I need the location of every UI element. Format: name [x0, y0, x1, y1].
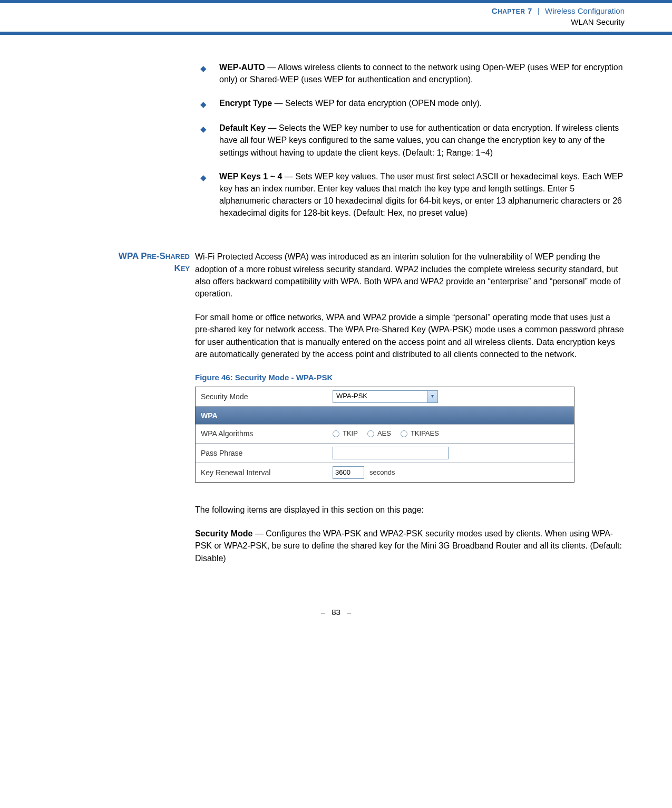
radio-tkip[interactable] [333, 430, 339, 437]
bullet-list: ◆ WEP-AUTO — Allows wireless clients to … [200, 61, 625, 219]
page-footer: – 83 – [0, 597, 672, 632]
figure-row-algorithms: WPA Algorithms TKIP AES TKIPAES [196, 425, 574, 444]
paragraph: Wi-Fi Protected Access (WPA) was introdu… [195, 251, 625, 300]
chapter-label: CHAPTER 7 [492, 6, 532, 15]
bullet-text: Encrypt Type — Selects WEP for data encr… [219, 97, 625, 109]
diamond-bullet-icon: ◆ [200, 97, 219, 110]
radio-tkip-label: TKIP [343, 429, 358, 439]
passphrase-input[interactable] [333, 447, 449, 459]
page-number: 83 [332, 608, 340, 617]
diamond-bullet-icon: ◆ [200, 122, 219, 135]
figure-caption: Figure 46: Security Mode - WPA-PSK [195, 372, 625, 383]
security-mode-select[interactable]: WPA-PSK ▾ [333, 390, 438, 403]
bullet-text: WEP-AUTO — Allows wireless clients to co… [219, 61, 625, 85]
bullet-item: ◆ Encrypt Type — Selects WEP for data en… [200, 97, 625, 110]
passphrase-label: Pass Phrase [201, 448, 333, 458]
bullet-item: ◆ WEP Keys 1 ~ 4 — Sets WEP key values. … [200, 170, 625, 219]
security-mode-value: WPA-PSK [333, 391, 427, 401]
radio-aes-label: AES [377, 429, 391, 439]
section-heading: WPA PRE-SHARED KEY [47, 251, 195, 275]
figure-row-security-mode: Security Mode WPA-PSK ▾ [196, 387, 574, 407]
bullet-item: ◆ WEP-AUTO — Allows wireless clients to … [200, 61, 625, 85]
page-header: CHAPTER 7 | Wireless Configuration WLAN … [0, 3, 672, 31]
paragraph: Security Mode — Configures the WPA-PSK a… [195, 527, 625, 564]
security-mode-label: Security Mode [201, 391, 333, 402]
chevron-down-icon: ▾ [427, 391, 437, 402]
diamond-bullet-icon: ◆ [200, 170, 219, 184]
bullet-item: ◆ Default Key — Selects the WEP key numb… [200, 122, 625, 159]
page-content: ◆ WEP-AUTO — Allows wireless clients to … [0, 35, 672, 597]
header-subtitle: WLAN Security [0, 16, 625, 27]
interval-label: Key Renewal Interval [201, 467, 333, 478]
paragraph: For small home or office networks, WPA a… [195, 311, 625, 360]
diamond-bullet-icon: ◆ [200, 61, 219, 74]
section-wpa-psk: WPA PRE-SHARED KEY Wi-Fi Protected Acces… [47, 251, 625, 575]
interval-unit: seconds [369, 468, 395, 478]
figure-row-interval: Key Renewal Interval seconds [196, 463, 574, 482]
radio-tkipaes[interactable] [401, 430, 407, 437]
figure-wpa-header: WPA [196, 407, 574, 425]
term-security-mode: Security Mode [195, 529, 252, 538]
bullet-text: WEP Keys 1 ~ 4 — Sets WEP key values. Th… [219, 170, 625, 219]
footer-dash: – [321, 608, 325, 617]
header-separator: | [538, 6, 540, 15]
section-body: Wi-Fi Protected Access (WPA) was introdu… [195, 251, 625, 575]
bullet-text: Default Key — Selects the WEP key number… [219, 122, 625, 159]
interval-input[interactable] [333, 466, 364, 479]
radio-aes[interactable] [367, 430, 374, 437]
radio-tkipaes-label: TKIPAES [411, 429, 439, 439]
paragraph: The following items are displayed in thi… [195, 504, 625, 516]
wpa-algorithms-label: WPA Algorithms [201, 428, 333, 439]
header-line-1: CHAPTER 7 | Wireless Configuration [0, 5, 625, 16]
figure-row-passphrase: Pass Phrase [196, 444, 574, 463]
chapter-title: Wireless Configuration [545, 6, 625, 15]
figure-screenshot: Security Mode WPA-PSK ▾ WPA WPA Algorith… [195, 387, 574, 483]
footer-dash: – [347, 608, 351, 617]
